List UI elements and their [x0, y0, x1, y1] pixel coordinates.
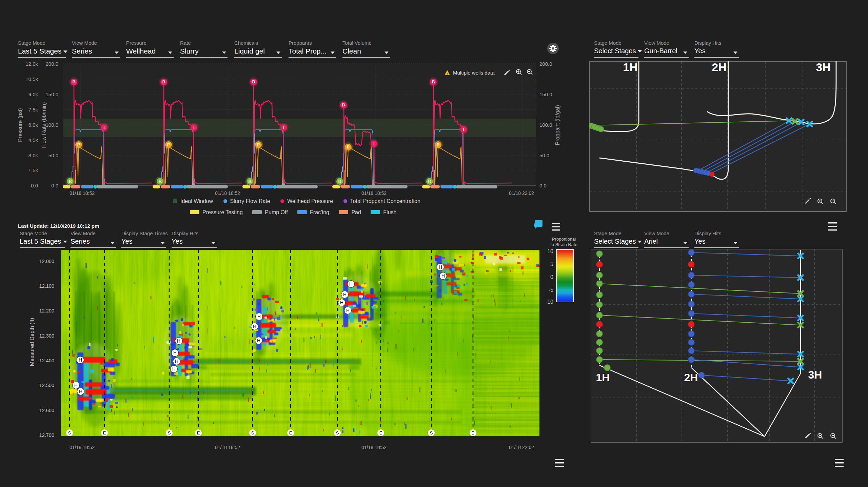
svg-text:H: H: [340, 300, 343, 305]
svg-text:I: I: [373, 141, 374, 146]
svg-text:H: H: [79, 357, 82, 363]
svg-text:3H: 3H: [808, 369, 822, 381]
svg-text:R: R: [69, 179, 72, 184]
svg-text:Multiple wells data: Multiple wells data: [453, 70, 495, 76]
svg-text:R: R: [159, 179, 162, 184]
svg-text:H: H: [257, 338, 260, 343]
svg-text:E: E: [103, 430, 106, 435]
svg-text:I: I: [283, 125, 284, 130]
svg-text:H: H: [172, 366, 176, 372]
svg-text:I: I: [193, 125, 194, 130]
svg-text:B: B: [342, 103, 345, 107]
svg-text:2H: 2H: [712, 61, 726, 74]
svg-text:B: B: [252, 80, 255, 84]
svg-text:P: P: [257, 142, 260, 147]
svg-text:B: B: [432, 80, 435, 84]
svg-text:2H: 2H: [684, 371, 698, 384]
svg-text:E: E: [197, 430, 200, 435]
svg-text:R: R: [249, 179, 252, 184]
svg-text:H: H: [253, 324, 256, 329]
svg-text:H: H: [343, 292, 347, 297]
svg-text:R: R: [338, 179, 341, 184]
svg-text:R: R: [428, 179, 431, 184]
svg-text:H: H: [173, 350, 177, 356]
svg-text:H: H: [79, 389, 82, 394]
svg-text:E: E: [472, 430, 475, 435]
svg-text:P: P: [167, 142, 170, 147]
svg-text:1H: 1H: [596, 371, 610, 384]
svg-text:B: B: [73, 80, 76, 84]
svg-text:P: P: [347, 145, 350, 149]
svg-text:H: H: [257, 314, 261, 319]
svg-text:S: S: [430, 430, 433, 435]
svg-text:H: H: [175, 359, 178, 364]
svg-text:3H: 3H: [816, 61, 830, 74]
svg-text:H: H: [439, 264, 442, 270]
svg-text:S: S: [68, 430, 71, 435]
svg-text:S: S: [168, 430, 171, 435]
svg-text:I: I: [103, 125, 104, 130]
svg-text:1H: 1H: [623, 61, 637, 74]
svg-text:H: H: [349, 281, 353, 287]
svg-text:P: P: [437, 142, 439, 147]
svg-text:H: H: [177, 338, 180, 344]
svg-text:S: S: [336, 430, 339, 435]
svg-text:S: S: [251, 430, 254, 435]
svg-text:H: H: [346, 308, 350, 313]
svg-text:E: E: [379, 430, 382, 435]
svg-text:!: !: [447, 73, 448, 76]
svg-text:P: P: [77, 142, 80, 147]
svg-text:H: H: [441, 273, 445, 279]
svg-text:B: B: [162, 80, 165, 84]
svg-text:I: I: [463, 127, 464, 132]
svg-text:H: H: [74, 383, 78, 388]
svg-text:E: E: [289, 430, 292, 435]
